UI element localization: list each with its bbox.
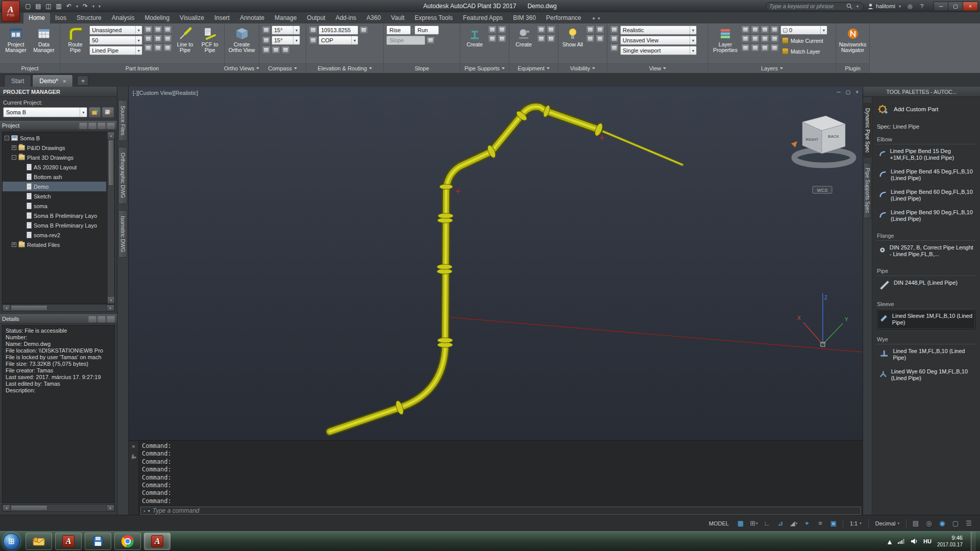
language-indicator[interactable]: HU xyxy=(923,538,932,544)
search-icon[interactable] xyxy=(846,3,852,9)
model-space-button[interactable]: MODEL xyxy=(704,518,733,529)
palette-item-bend-90[interactable]: Lined Pipe Bend 90 Deg,FL,B,10 (Lined Pi… xyxy=(877,206,975,226)
tree-expander[interactable]: + xyxy=(12,145,16,150)
chevron-down-icon[interactable]: ▾ xyxy=(690,36,696,44)
navisworks-navigator-button[interactable]: Navisworks Navigator xyxy=(839,26,867,53)
palette-item-lined-sleeve[interactable]: Lined Sleeve 1M,FL,B,10 (Lined Pipe) xyxy=(877,309,975,330)
tab-annotate[interactable]: Annotate xyxy=(235,13,270,23)
scroll-down-icon[interactable]: ▾ xyxy=(108,297,115,304)
panel-label-project[interactable]: Project xyxy=(0,63,60,73)
tab-vault[interactable]: Vault xyxy=(386,13,409,23)
tree-expander[interactable]: + xyxy=(12,242,16,247)
tab-home[interactable]: Home xyxy=(23,13,50,23)
stub-in-icon[interactable] xyxy=(144,26,153,34)
insertion-option-icon[interactable] xyxy=(154,44,162,52)
project-tree[interactable]: - Soma B + P&ID Drawings - Plant 3D Draw… xyxy=(2,132,115,304)
tree-expander[interactable]: - xyxy=(12,155,16,160)
chevron-down-icon[interactable]: ▾ xyxy=(690,46,696,55)
tree-item-related-files[interactable]: + Related Files xyxy=(3,240,106,249)
line-to-pipe-button[interactable]: Line to Pipe xyxy=(174,26,197,53)
object-snap-icon[interactable]: ⌖ xyxy=(801,518,813,529)
visibility-options-icon[interactable] xyxy=(596,35,604,43)
close-button[interactable]: × xyxy=(963,2,978,11)
show-all-button[interactable]: Show All xyxy=(561,26,584,47)
hardware-acceleration-icon[interactable]: ◉ xyxy=(936,518,948,529)
tree-item-as20280-layout[interactable]: AS 20280 Layout xyxy=(3,162,106,172)
tab-structure[interactable]: Structure xyxy=(71,13,107,23)
tab-orthographic-dwg[interactable]: Orthographic DWG xyxy=(118,147,128,204)
chevron-down-icon[interactable]: ▾ xyxy=(135,26,142,34)
scrollbar-thumb[interactable] xyxy=(11,305,47,311)
substitute-part-icon[interactable] xyxy=(144,44,153,52)
ortho-mode-icon[interactable]: ∟ xyxy=(761,518,773,529)
elevation-icon[interactable] xyxy=(309,26,317,34)
project-filter-icon[interactable] xyxy=(97,122,106,129)
layer-vpdefault-icon[interactable] xyxy=(751,44,760,52)
redo-icon[interactable]: ↷ xyxy=(81,2,90,11)
viewport-controls-label[interactable]: [-][Custom View][Realistic] xyxy=(133,90,198,96)
volume-icon[interactable] xyxy=(911,538,918,544)
command-input-row[interactable]: › ▾ xyxy=(140,507,861,515)
palette-item-bend-45[interactable]: Lined Pipe Bend 45 Deg,FL,B,10 (Lined Pi… xyxy=(877,165,975,185)
panel-label-part-insertion[interactable]: Part Insertion xyxy=(60,63,224,73)
add-custom-part-button[interactable]: Add Custom Part xyxy=(877,100,975,118)
tab-visualize[interactable]: Visualize xyxy=(175,13,209,23)
compass-angle-1-dropdown[interactable]: 15° ▾ xyxy=(272,26,300,35)
close-tab-icon[interactable]: × xyxy=(63,78,66,84)
details-section-header[interactable]: Details xyxy=(0,314,117,323)
visual-style-icon[interactable] xyxy=(610,26,619,34)
isolate-selected-icon[interactable] xyxy=(596,26,604,34)
insertion-more-icon[interactable] xyxy=(163,44,172,52)
annotation-visibility-icon[interactable]: ▤ xyxy=(910,518,922,529)
tree-item-soma-b-preliminary-1[interactable]: Soma B Preliminary Layo xyxy=(3,211,106,220)
model-viewport[interactable]: [-][Custom View][Realistic] ─ ▢ × xyxy=(129,87,863,440)
clean-screen-icon[interactable]: ▢ xyxy=(949,518,962,529)
panel-label-ortho-views[interactable]: Ortho Views xyxy=(225,63,259,73)
new-drawing-button[interactable]: + xyxy=(77,76,88,86)
undo-chevron-icon[interactable]: ▾ xyxy=(75,2,80,11)
compass-options-icon[interactable] xyxy=(281,46,290,54)
panel-label-pipe-supports[interactable]: Pipe Supports xyxy=(460,63,509,73)
panel-label-slope[interactable]: Slope xyxy=(384,63,460,73)
hide-selected-icon[interactable] xyxy=(586,26,595,34)
data-manager-button[interactable]: Data Manager xyxy=(31,26,57,53)
restore-button[interactable]: ▢ xyxy=(948,2,963,11)
sign-in-button[interactable]: halitomi ▾ xyxy=(867,2,902,11)
taskbar-clock[interactable]: 9:46 2017.03.17 xyxy=(937,535,963,548)
tab-featured-apps[interactable]: Featured Apps xyxy=(458,13,508,23)
a360-icon[interactable]: ◎ xyxy=(906,2,914,10)
tree-item-soma-b-preliminary-2[interactable]: Soma B Preliminary Layo xyxy=(3,220,106,230)
size-dropdown[interactable]: 50 ▾ xyxy=(89,36,142,45)
tree-item-pid-drawings[interactable]: + P&ID Drawings xyxy=(3,143,106,153)
palette-item-lined-wye[interactable]: Lined Wye 60 Deg 1M,FL,B,10 (Lined Pipe) xyxy=(877,365,975,385)
save-file-icon[interactable]: ◫ xyxy=(44,2,53,11)
panel-label-view[interactable]: View xyxy=(607,63,708,73)
scrollbar-thumb[interactable] xyxy=(108,140,114,186)
tab-express-tools[interactable]: Express Tools xyxy=(410,13,458,23)
pipe-bend-icon[interactable] xyxy=(154,26,162,34)
tree-item-soma-b[interactable]: - Soma B xyxy=(3,133,106,143)
command-options-chevron-icon[interactable]: ▾ xyxy=(148,509,150,513)
convert-equipment-icon[interactable] xyxy=(547,35,555,43)
file-manager-app-button[interactable] xyxy=(85,533,111,550)
isolate-objects-icon[interactable]: ◎ xyxy=(923,518,935,529)
layer-walk-icon[interactable] xyxy=(741,44,750,52)
tree-item-plant3d-drawings[interactable]: - Plant 3D Drawings xyxy=(3,153,106,162)
match-layer-button[interactable]: Match Layer xyxy=(780,46,827,56)
grid-display-icon[interactable]: ▦ xyxy=(734,518,747,529)
tab-bim360[interactable]: BIM 360 xyxy=(508,13,541,23)
tab-insert[interactable]: Insert xyxy=(209,13,235,23)
snap-mode-icon[interactable]: ⊞ ▾ xyxy=(748,518,760,529)
tool-palettes-title[interactable]: TOOL PALETTES - AUTOC... xyxy=(863,87,980,97)
details-pin-icon[interactable] xyxy=(97,316,106,322)
collapse-section-icon[interactable] xyxy=(107,122,115,129)
elevation-input[interactable] xyxy=(318,26,358,35)
create-equipment-button[interactable]: Create xyxy=(512,26,535,47)
tab-analysis[interactable]: Analysis xyxy=(107,13,140,23)
scroll-left-icon[interactable]: ◂ xyxy=(3,305,10,311)
details-view-icon[interactable] xyxy=(88,316,96,322)
customization-menu-icon[interactable]: ☰ xyxy=(963,518,975,529)
ribbon-options-icon[interactable]: ● xyxy=(593,16,595,21)
pipe-type-dropdown[interactable]: Lined Pipe ▾ xyxy=(89,46,142,55)
wcs-label[interactable]: WCS xyxy=(817,188,828,193)
